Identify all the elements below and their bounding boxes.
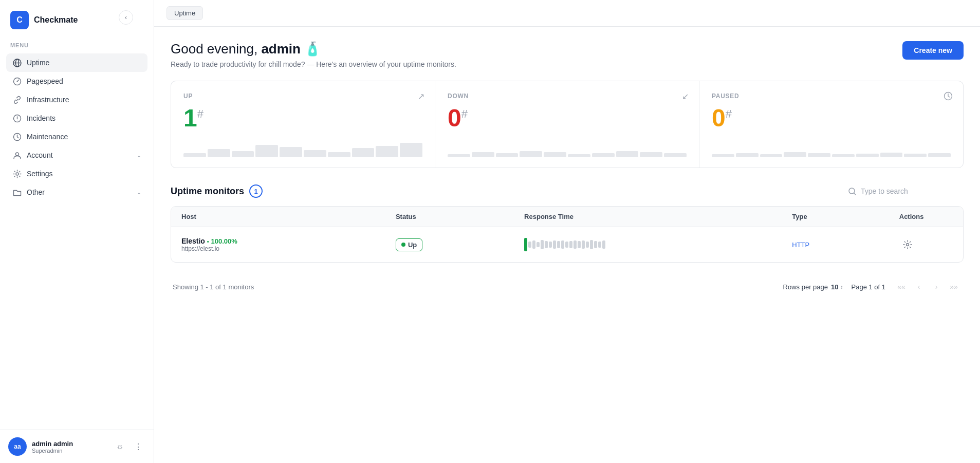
globe-icon xyxy=(12,58,22,67)
stat-paused-value: 0# xyxy=(712,106,951,131)
stat-down-value: 0# xyxy=(448,106,687,131)
stat-paused-label: PAUSED xyxy=(712,92,951,100)
page-navigation: «« ‹ › »» xyxy=(894,279,961,294)
menu-label: MENU xyxy=(0,38,154,51)
folder-icon xyxy=(12,188,22,197)
sidebar-item-infrastructure[interactable]: Infrastructure xyxy=(6,90,147,109)
sidebar-item-uptime-label: Uptime xyxy=(27,59,49,67)
search-icon xyxy=(848,187,857,196)
table-row: Elestio • 100.00% https://elest.io Up xyxy=(171,227,963,262)
svg-point-10 xyxy=(16,173,19,175)
status-badge: Up xyxy=(396,238,422,251)
col-actions: Actions xyxy=(899,213,953,220)
greeting-title: Good evening, admin 🧴 xyxy=(171,41,964,57)
speedometer-icon xyxy=(12,77,22,86)
sidebar-item-settings-label: Settings xyxy=(27,170,53,178)
col-response-time: Response Time xyxy=(524,213,792,220)
clock-icon xyxy=(944,91,953,101)
pagination-controls: Rows per page 10 ↕ Page 1 of 1 «« ‹ › »» xyxy=(783,279,961,294)
sidebar-item-pagespeed-label: Pagespeed xyxy=(27,77,63,85)
collapse-sidebar-button[interactable]: ‹ xyxy=(119,10,133,25)
breadcrumb-bar: Uptime xyxy=(154,0,980,27)
stat-card-paused: PAUSED 0# xyxy=(699,81,963,168)
sidebar-item-maintenance[interactable]: Maintenance xyxy=(6,127,147,146)
type-cell: HTTP xyxy=(792,240,899,249)
greeting-subtitle: Ready to trade productivity for chill mo… xyxy=(171,60,964,68)
col-type: Type xyxy=(792,213,899,220)
sidebar: C Checkmate ‹ MENU Uptime Pagespeed Infr… xyxy=(0,0,154,463)
monitors-search xyxy=(848,187,964,196)
stat-down-label: DOWN xyxy=(448,92,687,100)
status-dot xyxy=(401,243,405,247)
table-header: Host Status Response Time Type Actions xyxy=(171,207,963,227)
svg-line-13 xyxy=(854,193,856,195)
stat-up-label: UP xyxy=(183,92,422,100)
prev-page-button[interactable]: ‹ xyxy=(911,279,927,294)
stat-card-up: UP ↗ 1# xyxy=(171,81,435,168)
uptime-percentage: 100.00% xyxy=(211,237,237,245)
sidebar-item-infrastructure-label: Infrastructure xyxy=(27,96,69,104)
rows-per-page-control: Rows per page 10 ↕ xyxy=(783,283,843,291)
arrow-down-left-icon: ↙ xyxy=(682,91,689,101)
host-url: https://elest.io xyxy=(181,245,396,252)
next-page-button[interactable]: › xyxy=(929,279,944,294)
monitor-type: HTTP xyxy=(792,241,809,249)
pagination-row: Showing 1 - 1 of 1 monitors Rows per pag… xyxy=(171,275,964,299)
actions-cell xyxy=(899,236,953,253)
sidebar-item-uptime[interactable]: Uptime xyxy=(6,53,147,72)
link-icon xyxy=(12,95,22,104)
svg-point-7 xyxy=(16,119,17,120)
monitors-title: Uptime monitors xyxy=(171,186,244,197)
host-cell: Elestio • 100.00% https://elest.io xyxy=(181,237,396,252)
sidebar-item-other[interactable]: Other ⌄ xyxy=(6,183,147,201)
status-cell: Up xyxy=(396,238,524,251)
sidebar-item-pagespeed[interactable]: Pagespeed xyxy=(6,72,147,90)
svg-point-4 xyxy=(16,81,17,82)
footer-actions: ☼ ⋮ xyxy=(113,439,145,454)
sidebar-item-other-label: Other xyxy=(27,188,45,196)
col-host: Host xyxy=(181,213,396,220)
svg-point-9 xyxy=(15,153,19,156)
sidebar-nav: Uptime Pagespeed Infrastructure Incident… xyxy=(0,51,154,430)
showing-info: Showing 1 - 1 of 1 monitors xyxy=(173,283,254,291)
account-chevron-icon: ⌄ xyxy=(137,152,141,159)
monitors-header: Uptime monitors 1 xyxy=(171,184,964,198)
monitor-settings-button[interactable] xyxy=(899,236,916,253)
sidebar-item-maintenance-label: Maintenance xyxy=(27,133,68,141)
avatar: aa xyxy=(8,437,27,456)
user-info: admin admin Superadmin xyxy=(32,440,107,454)
account-icon xyxy=(12,151,22,160)
stats-row: UP ↗ 1# DOWN xyxy=(171,81,964,168)
main-scroll-area: Create new Good evening, admin 🧴 Ready t… xyxy=(154,27,980,463)
user-name: admin admin xyxy=(32,440,107,448)
arrow-up-right-icon: ↗ xyxy=(418,91,424,101)
monitors-count-badge: 1 xyxy=(249,184,263,198)
logo-area: C Checkmate ‹ xyxy=(0,0,154,38)
first-page-button[interactable]: «« xyxy=(894,279,909,294)
logo-icon: C xyxy=(10,11,29,29)
rows-per-page-label: Rows per page xyxy=(783,283,828,291)
incidents-icon xyxy=(12,114,22,123)
page-info: Page 1 of 1 xyxy=(852,283,886,291)
breadcrumb: Uptime xyxy=(167,6,203,20)
monitors-table: Host Status Response Time Type Actions E… xyxy=(171,206,964,263)
theme-toggle-button[interactable]: ☼ xyxy=(113,439,127,454)
response-chart xyxy=(524,235,792,254)
search-input[interactable] xyxy=(861,187,964,195)
sidebar-item-account-label: Account xyxy=(27,151,53,159)
svg-point-14 xyxy=(906,244,909,246)
more-options-button[interactable]: ⋮ xyxy=(131,439,145,454)
create-new-button[interactable]: Create new xyxy=(902,41,964,60)
rows-per-page-value[interactable]: 10 ↕ xyxy=(831,283,843,291)
response-time-cell xyxy=(524,235,792,254)
sidebar-item-incidents[interactable]: Incidents xyxy=(6,109,147,127)
sidebar-item-account[interactable]: Account ⌄ xyxy=(6,146,147,164)
sidebar-item-incidents-label: Incidents xyxy=(27,114,56,122)
sidebar-item-settings[interactable]: Settings xyxy=(6,164,147,183)
stat-card-down: DOWN ↙ 0# xyxy=(435,81,699,168)
app-name: Checkmate xyxy=(34,15,78,25)
last-page-button[interactable]: »» xyxy=(946,279,961,294)
col-status: Status xyxy=(396,213,524,220)
host-name: Elestio • 100.00% xyxy=(181,237,396,245)
other-chevron-icon: ⌄ xyxy=(137,189,141,196)
